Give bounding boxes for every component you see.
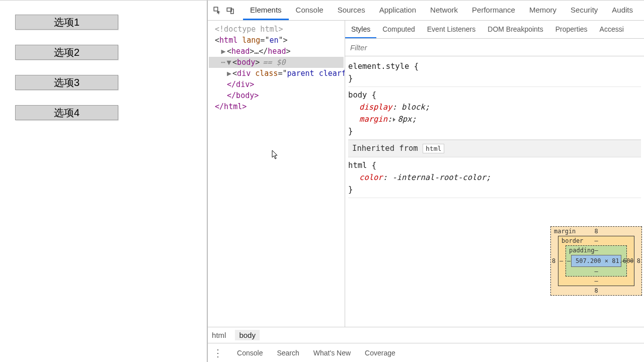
- dom-div-close[interactable]: </div>: [209, 79, 344, 90]
- tab-performance[interactable]: Performance: [465, 1, 522, 20]
- svg-rect-0: [214, 7, 218, 11]
- option-button-3[interactable]: 选项3: [15, 75, 118, 90]
- dom-div[interactable]: ▶<div class="parent clearfix">…: [209, 68, 344, 79]
- devtools-drawer: ⋮ Console Search What's New Coverage: [208, 343, 644, 362]
- styles-pane: Styles Computed Event Listeners DOM Brea…: [345, 21, 644, 327]
- drawer-tab-search[interactable]: Search: [277, 349, 299, 357]
- option-button-1[interactable]: 选项1: [15, 15, 118, 30]
- drawer-tab-coverage[interactable]: Coverage: [365, 349, 395, 357]
- tab-elements[interactable]: Elements: [243, 1, 289, 20]
- dom-html-close[interactable]: </html>: [209, 101, 344, 112]
- styles-tabs: Styles Computed Event Listeners DOM Brea…: [345, 21, 644, 39]
- tab-security[interactable]: Security: [564, 1, 605, 20]
- styles-tab-computed[interactable]: Computed: [376, 21, 421, 38]
- dom-body-close[interactable]: </body>: [209, 90, 344, 101]
- drawer-menu-icon[interactable]: ⋮: [213, 347, 223, 359]
- option-button-2[interactable]: 选项2: [15, 45, 118, 60]
- devtools: Elements Console Sources Application Net…: [208, 1, 644, 362]
- dom-doctype[interactable]: <!doctype html>: [209, 24, 344, 35]
- rule-element-style[interactable]: element.style { }: [348, 58, 641, 87]
- options-grid: 选项1 选项2 选项3 选项4: [5, 10, 202, 125]
- crumb-html[interactable]: html: [212, 331, 226, 339]
- styles-tab-properties[interactable]: Properties: [549, 21, 594, 38]
- inherited-from-bar: Inherited from html: [348, 140, 641, 157]
- dom-html-open[interactable]: <html lang="en">: [209, 35, 344, 46]
- styles-tab-accessibility[interactable]: Accessi: [594, 21, 630, 38]
- tab-application[interactable]: Application: [372, 1, 423, 20]
- styles-tab-eventlisteners[interactable]: Event Listeners: [421, 21, 482, 38]
- dom-tree[interactable]: <!doctype html> <html lang="en"> ▶<head>…: [208, 21, 345, 327]
- dom-head[interactable]: ▶<head>…</head>: [209, 46, 344, 57]
- tab-memory[interactable]: Memory: [522, 1, 564, 20]
- drawer-tab-whatsnew[interactable]: What's New: [313, 349, 351, 357]
- inspect-icon[interactable]: [212, 5, 223, 16]
- crumb-body[interactable]: body: [235, 330, 260, 340]
- page-preview: 选项1 选项2 选项3 选项4: [0, 1, 208, 362]
- styles-tab-dombreakpoints[interactable]: DOM Breakpoints: [481, 21, 549, 38]
- drawer-tab-console[interactable]: Console: [237, 349, 263, 357]
- rule-body[interactable]: body { display: block; margin:8px; }: [348, 87, 641, 140]
- rule-html[interactable]: html { color: -internal-root-color; }: [348, 157, 641, 198]
- tab-sources[interactable]: Sources: [331, 1, 372, 20]
- dom-body-open[interactable]: ⋯▼<body>== $0: [209, 57, 344, 68]
- styles-tab-styles[interactable]: Styles: [345, 21, 376, 38]
- styles-filter-input[interactable]: [345, 39, 644, 56]
- devtools-toolbar: Elements Console Sources Application Net…: [208, 1, 644, 21]
- tab-audits[interactable]: Audits: [605, 1, 640, 20]
- tab-console[interactable]: Console: [289, 1, 331, 20]
- box-model[interactable]: margin 8 8 8 8 border – – – –: [550, 226, 642, 296]
- device-toggle-icon[interactable]: [225, 5, 236, 16]
- tab-network[interactable]: Network: [423, 1, 465, 20]
- option-button-4[interactable]: 选项4: [15, 105, 118, 120]
- devtools-tabs: Elements Console Sources Application Net…: [243, 1, 640, 20]
- dom-breadcrumb: html body: [208, 327, 644, 343]
